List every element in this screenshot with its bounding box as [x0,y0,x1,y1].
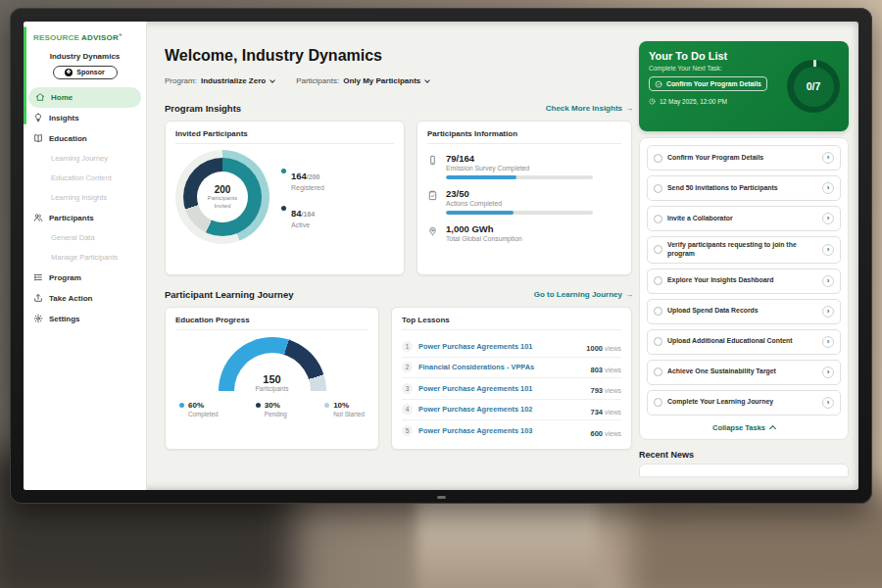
donut-center-value: 200 [215,184,231,195]
sidebar-item-learning-insights[interactable]: Learning Insights [24,188,146,208]
sidebar-item-insights[interactable]: Insights [24,108,146,128]
stat-emission-survey: 79/164 Emission Survey Completed [427,153,621,179]
go-to-learning-journey-link[interactable]: Go to Learning Journey → [534,290,633,299]
page-title: Welcome, Industry Dynamics [165,47,633,65]
sidebar-item-learning-journey[interactable]: Learning Journey [24,149,146,169]
sidebar-item-home[interactable]: Home [28,87,141,108]
clock-icon [649,98,656,105]
lesson-rank: 2 [402,362,413,372]
lesson-title-link[interactable]: Power Purchase Agreements 103 [418,426,584,435]
sidebar-item-label: Settings [49,315,80,323]
sponsor-label: Sponsor [76,69,104,75]
sidebar-item-education-content[interactable]: Education Content [24,169,146,188]
todo-progress-count: 0/7 [794,67,834,107]
gauge-center-label: Participants [219,385,326,392]
chevron-right-icon[interactable]: › [822,182,834,194]
chevron-up-icon [769,425,776,432]
collapse-tasks-link[interactable]: Collapse Tasks [647,423,841,432]
lesson-title-link[interactable]: Power Purchase Agreements 101 [418,342,580,351]
bulb-icon [33,113,43,122]
sidebar-item-take-action[interactable]: Take Action [24,288,146,309]
legend-item-completed: 60% Completed [179,401,218,417]
sponsor-badge[interactable]: Sponsor [53,66,118,79]
chevron-down-icon [424,77,430,83]
legend-dot-lightblue [324,403,329,408]
program-select-label: Program: [165,76,197,85]
lesson-title-link[interactable]: Power Purchase Agreements 101 [418,384,584,393]
task-checkbox[interactable] [654,184,662,193]
learning-cards-row: Education Progress 150 Participants 60% … [165,307,633,450]
arrow-right-icon: → [625,290,633,299]
education-gauge-chart: 150 Participants [219,337,326,392]
chevron-right-icon[interactable]: › [822,367,834,378]
task-checkbox[interactable] [654,307,662,316]
sidebar-item-label: Education Content [51,173,112,182]
home-icon [35,92,45,102]
chevron-right-icon[interactable]: › [822,275,834,287]
task-checkbox[interactable] [654,215,662,223]
chevron-right-icon[interactable]: › [822,397,834,409]
brand-word2: ADVISOR [81,33,119,42]
lesson-title-link[interactable]: Power Purchase Agreements 102 [418,405,584,414]
task-checkbox[interactable] [654,154,662,163]
sidebar-item-program[interactable]: Program [24,268,146,288]
book-icon [33,133,43,143]
chevron-right-icon[interactable]: › [822,213,834,224]
check-more-insights-link[interactable]: Check More Insights → [546,104,633,113]
task-checkbox[interactable] [654,398,662,407]
lesson-views: 600views [590,422,621,440]
section-title: Program Insights [165,103,241,114]
todo-hero-card: Your To Do List Complete Your Next Task:… [639,41,849,131]
card-title: Participants Information [427,129,621,144]
learning-journey-header: Participant Learning Journey Go to Learn… [165,289,633,300]
lesson-title-link[interactable]: Financial Considerations - VPPAs [418,363,584,371]
emission-progress-bar [446,175,593,179]
task-invite-collaborator[interactable]: Invite a Collaborator › [647,206,841,231]
lesson-rank: 5 [402,425,413,436]
task-complete-learning-journey[interactable]: Complete Your Learning Journey › [647,390,841,416]
location-pin-icon [427,225,438,236]
task-checkbox[interactable] [654,337,662,346]
sidebar-item-education[interactable]: Education [24,128,146,149]
sidebar-item-general-data[interactable]: General Data [24,228,146,248]
brand-plus: + [119,31,122,37]
chevron-down-icon [270,77,275,83]
sidebar-item-label: Home [51,93,73,102]
task-upload-spend-data[interactable]: Upload Spend Data Records › [647,299,841,324]
sidebar-item-label: Insights [49,114,79,122]
actions-progress-bar [446,211,593,215]
sidebar-item-label: General Data [51,233,95,242]
chevron-right-icon[interactable]: › [822,336,834,348]
sidebar-item-participants[interactable]: Participants [24,208,146,228]
task-checkbox[interactable] [654,276,662,285]
lesson-views: 803views [590,359,621,376]
task-explore-insights[interactable]: Explore Your Insights Dashboard › [647,269,841,294]
task-checkbox[interactable] [654,245,662,254]
filter-bar: Program: Industrialize Zero Participants… [165,76,633,85]
chevron-right-icon[interactable]: › [822,306,834,318]
sidebar-item-settings[interactable]: Settings [24,309,146,329]
participants-select[interactable]: Participants: Only My Participants [296,76,429,85]
survey-phone-icon [427,155,438,166]
program-select[interactable]: Program: Industrialize Zero [165,76,274,85]
program-insights-header: Program Insights Check More Insights → [165,103,633,114]
legend-item-not-started: 10% Not Started [324,401,365,417]
lesson-rank: 3 [402,383,413,394]
lesson-row: 4 Power Purchase Agreements 102 734views [402,400,621,421]
task-verify-participants[interactable]: Verify participants requesting to join t… [647,236,841,264]
arrow-right-icon: → [625,104,633,113]
todo-next-task[interactable]: Confirm Your Program Details [649,76,767,91]
sidebar-nav: Home Insights Education Learning Journey… [24,87,146,329]
section-title: Participant Learning Journey [165,289,293,300]
task-upload-educational-content[interactable]: Upload Additional Educational Content › [647,329,841,355]
chevron-right-icon[interactable]: › [822,152,834,164]
chevron-right-icon[interactable]: › [822,244,834,256]
task-send-invitations[interactable]: Send 50 Invitations to Participants › [647,175,841,201]
task-checkbox[interactable] [654,368,662,376]
sidebar-item-label: Education [49,134,87,143]
task-achieve-sustainability-target[interactable]: Achieve One Sustainability Target › [647,360,841,385]
task-confirm-program-details[interactable]: Confirm Your Program Details › [647,145,841,171]
sidebar-item-manage-participants[interactable]: Manage Participants [24,248,146,268]
lesson-row: 3 Power Purchase Agreements 101 793views [402,378,621,400]
participants-information-card: Participants Information 79/164 Emission… [416,121,632,275]
